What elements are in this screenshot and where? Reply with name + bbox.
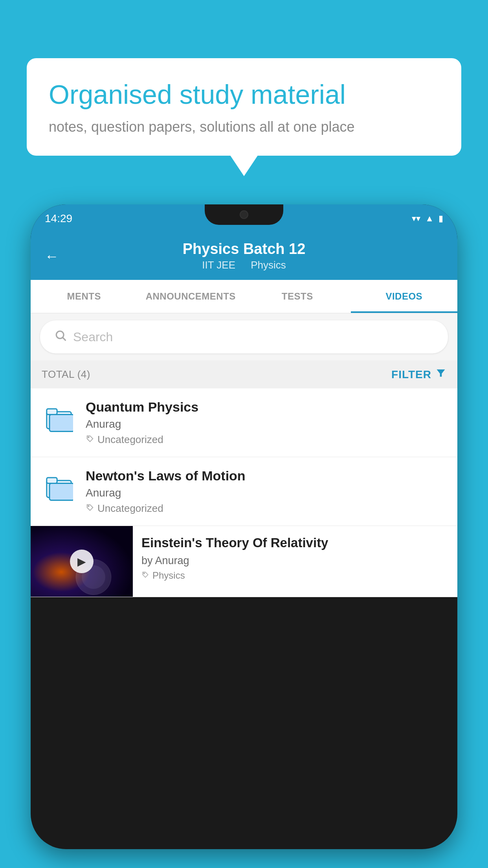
status-icons: ▾▾ ▲ ▮ bbox=[412, 213, 443, 224]
tag-icon-2 bbox=[86, 502, 94, 515]
item-title-3: Einstein's Theory Of Relativity bbox=[141, 535, 449, 552]
item-author-1: Anurag bbox=[86, 418, 446, 430]
wifi-icon: ▾▾ bbox=[412, 213, 420, 224]
list-item[interactable]: Newton's Laws of Motion Anurag Uncategor… bbox=[31, 457, 457, 526]
item-tag-1: Uncategorized bbox=[86, 434, 446, 446]
tag-icon-1 bbox=[86, 434, 94, 446]
item-title-2: Newton's Laws of Motion bbox=[86, 468, 446, 484]
camera bbox=[240, 210, 248, 219]
tab-tests[interactable]: TESTS bbox=[244, 280, 351, 313]
status-time: 14:29 bbox=[45, 212, 72, 225]
svg-rect-5 bbox=[50, 414, 73, 431]
item-tag-2: Uncategorized bbox=[86, 502, 446, 515]
item-author-3: by Anurag bbox=[141, 555, 449, 567]
item-title-1: Quantum Physics bbox=[86, 399, 446, 415]
list-item[interactable]: Quantum Physics Anurag Uncategorized bbox=[31, 388, 457, 457]
total-count: TOTAL (4) bbox=[42, 368, 90, 381]
list-item[interactable]: ▶ Einstein's Theory Of Relativity by Anu… bbox=[31, 526, 457, 597]
filter-button[interactable]: FILTER bbox=[391, 368, 446, 381]
svg-rect-8 bbox=[47, 478, 57, 483]
thumb-info-3: Einstein's Theory Of Relativity by Anura… bbox=[133, 526, 457, 590]
app-screen: ← Physics Batch 12 IIT JEE Physics MENTS… bbox=[31, 233, 457, 849]
svg-marker-2 bbox=[437, 370, 445, 377]
header-subtitle: IIT JEE Physics bbox=[199, 259, 289, 271]
search-bar[interactable]: Search bbox=[40, 320, 448, 353]
thumb-bg: ▶ bbox=[31, 526, 133, 597]
header-subtitle-part2: Physics bbox=[251, 259, 286, 271]
phone-frame: 14:29 ▾▾ ▲ ▮ ← Physics Batch 12 IIT JEE bbox=[31, 204, 457, 849]
battery-icon: ▮ bbox=[438, 213, 443, 224]
notch bbox=[205, 204, 283, 225]
signal-icon: ▲ bbox=[425, 213, 434, 224]
play-button-3[interactable]: ▶ bbox=[70, 550, 94, 573]
tab-videos[interactable]: VIDEOS bbox=[351, 280, 458, 313]
header-subtitle-part1: IIT JEE bbox=[202, 259, 235, 271]
bubble-title: Organised study material bbox=[49, 79, 439, 111]
filter-icon bbox=[435, 368, 446, 381]
svg-point-0 bbox=[56, 331, 64, 338]
item-icon-1 bbox=[42, 401, 76, 436]
header-title: Physics Batch 12 bbox=[183, 241, 306, 257]
list-items: Quantum Physics Anurag Uncategorized bbox=[31, 388, 457, 597]
svg-point-14 bbox=[143, 573, 145, 574]
search-placeholder: Search bbox=[73, 330, 113, 344]
svg-rect-9 bbox=[50, 483, 73, 500]
speech-bubble: Organised study material notes, question… bbox=[27, 58, 461, 156]
item-author-2: Anurag bbox=[86, 487, 446, 499]
tab-announcements[interactable]: ANNOUNCEMENTS bbox=[138, 280, 244, 313]
item-info-2: Newton's Laws of Motion Anurag Uncategor… bbox=[86, 468, 446, 515]
svg-point-6 bbox=[88, 437, 89, 438]
item-tag-3: Physics bbox=[141, 570, 449, 581]
svg-line-1 bbox=[63, 338, 66, 340]
tab-ments[interactable]: MENTS bbox=[31, 280, 138, 313]
thumbnail-3: ▶ bbox=[31, 526, 133, 597]
search-icon bbox=[54, 329, 67, 345]
page-background: Organised study material notes, question… bbox=[0, 0, 488, 868]
svg-point-10 bbox=[88, 506, 89, 507]
svg-rect-4 bbox=[47, 409, 57, 414]
filter-bar: TOTAL (4) FILTER bbox=[31, 360, 457, 388]
search-container: Search bbox=[31, 313, 457, 360]
tag-icon-3 bbox=[141, 570, 149, 581]
item-info-1: Quantum Physics Anurag Uncategorized bbox=[86, 399, 446, 446]
back-button[interactable]: ← bbox=[45, 248, 59, 265]
item-icon-2 bbox=[42, 470, 76, 504]
bubble-subtitle: notes, question papers, solutions all at… bbox=[49, 119, 439, 135]
filter-label: FILTER bbox=[391, 368, 431, 381]
app-header: ← Physics Batch 12 IIT JEE Physics bbox=[31, 233, 457, 280]
tabs-container: MENTS ANNOUNCEMENTS TESTS VIDEOS bbox=[31, 280, 457, 313]
